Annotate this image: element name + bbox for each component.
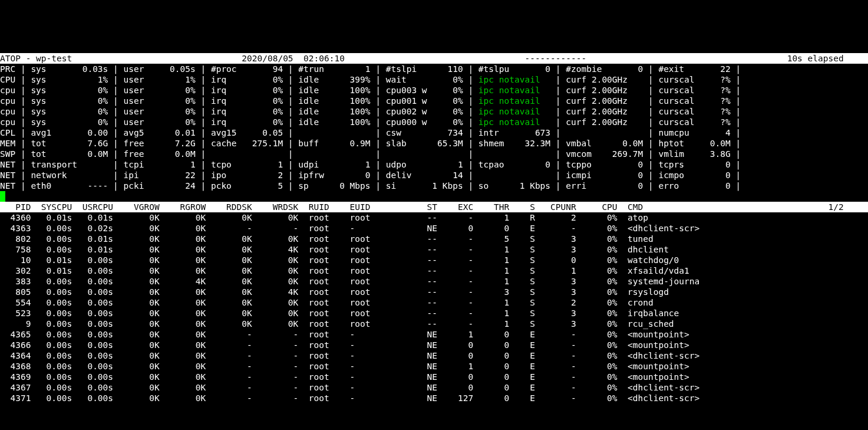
sys-row-mem-7: MEM | tot 7.6G | free 7.2G | cache 275.1… [0,138,868,149]
process-row[interactable]: 383 0.00s 0.00s 0K 4K 0K 0K root root --… [0,276,868,287]
header-line: ATOP - wp-test 2020/08/05 02:06:10 -----… [0,53,868,64]
process-row[interactable]: 4363 0.00s 0.02s 0K 0K - - root - NE 0 0… [0,223,868,234]
process-row[interactable]: 554 0.00s 0.00s 0K 0K 0K 0K root root --… [0,297,868,308]
process-row[interactable]: 523 0.00s 0.00s 0K 0K 0K 0K root root --… [0,308,868,319]
sys-row-cpl-6: CPL | avg1 0.00 | avg5 0.01 | avg15 0.05… [0,127,868,138]
process-row[interactable]: 4371 0.00s 0.00s 0K 0K - - root - NE 127… [0,393,868,403]
sys-row-cpu-2: cpu | sys 0% | user 0% | irq 0% | idle 1… [0,85,868,96]
sys-row-swp-8: SWP | tot 0.0M | free 0.0M | | | | | vmc… [0,149,868,159]
process-row[interactable]: 10 0.01s 0.00s 0K 0K 0K 0K root root -- … [0,255,868,265]
sys-row-prc-0: PRC | sys 0.03s | user 0.05s | #proc 94 … [0,64,868,74]
process-row[interactable]: 4366 0.00s 0.00s 0K 0K - - root - NE 0 0… [0,340,868,350]
process-row[interactable]: 302 0.01s 0.00s 0K 0K 0K 0K root root --… [0,265,868,276]
process-row[interactable]: 4360 0.01s 0.01s 0K 0K 0K 0K root root -… [0,212,868,223]
process-row[interactable]: 4369 0.00s 0.00s 0K 0K - - root - NE 0 0… [0,372,868,382]
sys-row-cpu-4: cpu | sys 0% | user 0% | irq 0% | idle 1… [0,106,868,117]
sys-row-net-9: NET | transport | tcpi 1 | tcpo 1 | udpi… [0,159,868,170]
process-row[interactable]: 4368 0.00s 0.00s 0K 0K - - root - NE 1 0… [0,361,868,372]
process-row[interactable]: 802 0.00s 0.01s 0K 0K 0K 0K root root --… [0,234,868,244]
sys-row-net-11: NET | eth0 ---- | pcki 24 | pcko 5 | sp … [0,180,868,191]
process-row[interactable]: 9 0.00s 0.00s 0K 0K 0K 0K root root -- -… [0,319,868,329]
process-row[interactable]: 805 0.00s 0.00s 0K 0K 0K 4K root root --… [0,287,868,297]
process-header: PID SYSCPU USRCPU VGROW RGROW RDDSK WRDS… [0,202,868,212]
sys-row-cpu-5: cpu | sys 0% | user 0% | irq 0% | idle 1… [0,117,868,127]
cursor [0,191,5,202]
process-row[interactable]: 4364 0.00s 0.00s 0K 0K - - root - NE 0 0… [0,350,868,361]
sys-row-cpu-1: CPU | sys 1% | user 1% | irq 0% | idle 3… [0,74,868,85]
atop-terminal[interactable]: ATOP - wp-test 2020/08/05 02:06:10 -----… [0,53,868,403]
process-row[interactable]: 4367 0.00s 0.00s 0K 0K - - root - NE 0 0… [0,382,868,393]
process-row[interactable]: 758 0.00s 0.01s 0K 0K 0K 4K root root --… [0,244,868,255]
process-row[interactable]: 4365 0.00s 0.00s 0K 0K - - root - NE 1 0… [0,329,868,340]
cursor-line [0,191,868,202]
sys-row-cpu-3: cpu | sys 0% | user 0% | irq 0% | idle 1… [0,96,868,106]
sys-row-net-10: NET | network | ipi 22 | ipo 2 | ipfrw 0… [0,170,868,180]
